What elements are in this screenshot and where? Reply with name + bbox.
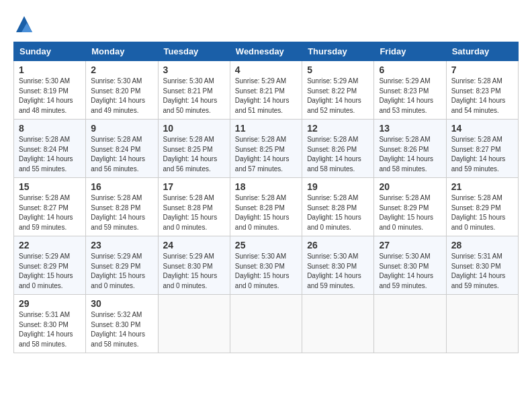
weekday-header-tuesday: Tuesday	[158, 42, 230, 61]
day-cell: 29 Sunrise: 5:31 AMSunset: 8:30 PMDaylig…	[14, 295, 86, 353]
day-info: Sunrise: 5:30 AMSunset: 8:20 PMDaylight:…	[91, 77, 152, 116]
day-info: Sunrise: 5:29 AMSunset: 8:30 PMDaylight:…	[163, 252, 225, 291]
day-cell: 18 Sunrise: 5:28 AMSunset: 8:28 PMDaylig…	[230, 178, 302, 236]
day-number: 24	[163, 240, 225, 250]
day-number: 21	[451, 181, 513, 192]
weekday-header-row: SundayMondayTuesdayWednesdayThursdayFrid…	[14, 42, 519, 61]
day-number: 6	[379, 64, 441, 75]
day-cell	[446, 295, 518, 353]
day-cell: 22 Sunrise: 5:29 AMSunset: 8:29 PMDaylig…	[14, 236, 86, 295]
day-number: 22	[19, 240, 81, 250]
day-number: 14	[451, 123, 513, 134]
day-number: 4	[235, 64, 297, 75]
day-cell: 12 Sunrise: 5:28 AMSunset: 8:26 PMDaylig…	[302, 120, 374, 178]
day-number: 19	[307, 181, 369, 192]
day-number: 13	[379, 123, 441, 134]
day-info: Sunrise: 5:30 AMSunset: 8:30 PMDaylight:…	[307, 252, 369, 291]
day-cell: 20 Sunrise: 5:28 AMSunset: 8:29 PMDaylig…	[374, 178, 446, 236]
day-number: 27	[379, 240, 441, 250]
day-number: 8	[19, 123, 81, 134]
day-info: Sunrise: 5:28 AMSunset: 8:26 PMDaylight:…	[379, 135, 441, 174]
day-info: Sunrise: 5:28 AMSunset: 8:26 PMDaylight:…	[307, 135, 369, 174]
day-cell: 8 Sunrise: 5:28 AMSunset: 8:24 PMDayligh…	[14, 120, 86, 178]
day-number: 2	[91, 64, 152, 75]
day-info: Sunrise: 5:31 AMSunset: 8:30 PMDaylight:…	[19, 310, 81, 349]
day-info: Sunrise: 5:30 AMSunset: 8:30 PMDaylight:…	[379, 252, 441, 291]
day-number: 20	[379, 181, 441, 192]
day-info: Sunrise: 5:28 AMSunset: 8:24 PMDaylight:…	[19, 135, 81, 174]
day-info: Sunrise: 5:29 AMSunset: 8:21 PMDaylight:…	[235, 77, 297, 116]
day-info: Sunrise: 5:28 AMSunset: 8:29 PMDaylight:…	[451, 193, 513, 232]
day-number: 7	[451, 64, 513, 75]
day-info: Sunrise: 5:30 AMSunset: 8:21 PMDaylight:…	[163, 77, 225, 116]
day-number: 15	[19, 181, 81, 192]
day-cell: 14 Sunrise: 5:28 AMSunset: 8:27 PMDaylig…	[446, 120, 518, 178]
day-info: Sunrise: 5:31 AMSunset: 8:30 PMDaylight:…	[451, 252, 513, 291]
day-cell: 6 Sunrise: 5:29 AMSunset: 8:23 PMDayligh…	[374, 61, 446, 120]
day-info: Sunrise: 5:28 AMSunset: 8:28 PMDaylight:…	[91, 193, 152, 232]
day-number: 28	[451, 240, 513, 250]
day-info: Sunrise: 5:29 AMSunset: 8:29 PMDaylight:…	[91, 252, 152, 291]
day-info: Sunrise: 5:28 AMSunset: 8:29 PMDaylight:…	[379, 193, 441, 232]
day-cell: 1 Sunrise: 5:30 AMSunset: 8:19 PMDayligh…	[14, 61, 86, 120]
day-cell: 25 Sunrise: 5:30 AMSunset: 8:30 PMDaylig…	[230, 236, 302, 295]
day-number: 23	[91, 240, 152, 250]
day-info: Sunrise: 5:30 AMSunset: 8:30 PMDaylight:…	[235, 252, 297, 291]
day-cell: 19 Sunrise: 5:28 AMSunset: 8:28 PMDaylig…	[302, 178, 374, 236]
week-row-1: 1 Sunrise: 5:30 AMSunset: 8:19 PMDayligh…	[14, 61, 519, 120]
day-cell: 17 Sunrise: 5:28 AMSunset: 8:28 PMDaylig…	[158, 178, 230, 236]
day-cell: 7 Sunrise: 5:28 AMSunset: 8:23 PMDayligh…	[446, 61, 518, 120]
day-number: 10	[163, 123, 225, 134]
day-cell: 30 Sunrise: 5:32 AMSunset: 8:30 PMDaylig…	[86, 295, 158, 353]
week-row-4: 22 Sunrise: 5:29 AMSunset: 8:29 PMDaylig…	[14, 236, 519, 295]
day-cell: 27 Sunrise: 5:30 AMSunset: 8:30 PMDaylig…	[374, 236, 446, 295]
day-cell: 26 Sunrise: 5:30 AMSunset: 8:30 PMDaylig…	[302, 236, 374, 295]
day-cell	[230, 295, 302, 353]
day-info: Sunrise: 5:28 AMSunset: 8:24 PMDaylight:…	[91, 135, 152, 174]
week-row-2: 8 Sunrise: 5:28 AMSunset: 8:24 PMDayligh…	[14, 120, 519, 178]
day-number: 29	[19, 298, 81, 309]
day-number: 18	[235, 181, 297, 192]
weekday-header-saturday: Saturday	[446, 42, 518, 61]
day-info: Sunrise: 5:28 AMSunset: 8:28 PMDaylight:…	[163, 193, 225, 232]
day-cell: 23 Sunrise: 5:29 AMSunset: 8:29 PMDaylig…	[86, 236, 158, 295]
day-cell: 11 Sunrise: 5:28 AMSunset: 8:25 PMDaylig…	[230, 120, 302, 178]
day-info: Sunrise: 5:29 AMSunset: 8:29 PMDaylight:…	[19, 252, 81, 291]
weekday-header-thursday: Thursday	[302, 42, 374, 61]
day-info: Sunrise: 5:28 AMSunset: 8:25 PMDaylight:…	[163, 135, 225, 174]
day-info: Sunrise: 5:28 AMSunset: 8:27 PMDaylight:…	[451, 135, 513, 174]
week-row-5: 29 Sunrise: 5:31 AMSunset: 8:30 PMDaylig…	[14, 295, 519, 353]
day-number: 25	[235, 240, 297, 250]
day-cell: 15 Sunrise: 5:28 AMSunset: 8:27 PMDaylig…	[14, 178, 86, 236]
day-cell: 28 Sunrise: 5:31 AMSunset: 8:30 PMDaylig…	[446, 236, 518, 295]
day-cell	[302, 295, 374, 353]
day-info: Sunrise: 5:28 AMSunset: 8:28 PMDaylight:…	[307, 193, 369, 232]
day-info: Sunrise: 5:28 AMSunset: 8:28 PMDaylight:…	[235, 193, 297, 232]
logo-icon	[13, 13, 35, 35]
day-cell: 10 Sunrise: 5:28 AMSunset: 8:25 PMDaylig…	[158, 120, 230, 178]
day-cell: 21 Sunrise: 5:28 AMSunset: 8:29 PMDaylig…	[446, 178, 518, 236]
day-number: 26	[307, 240, 369, 250]
day-cell: 3 Sunrise: 5:30 AMSunset: 8:21 PMDayligh…	[158, 61, 230, 120]
day-info: Sunrise: 5:29 AMSunset: 8:23 PMDaylight:…	[379, 77, 441, 116]
day-info: Sunrise: 5:28 AMSunset: 8:25 PMDaylight:…	[235, 135, 297, 174]
day-info: Sunrise: 5:29 AMSunset: 8:22 PMDaylight:…	[307, 77, 369, 116]
day-info: Sunrise: 5:28 AMSunset: 8:23 PMDaylight:…	[451, 77, 513, 116]
day-cell: 9 Sunrise: 5:28 AMSunset: 8:24 PMDayligh…	[86, 120, 158, 178]
day-number: 30	[91, 298, 152, 309]
day-number: 5	[307, 64, 369, 75]
day-number: 11	[235, 123, 297, 134]
weekday-header-monday: Monday	[86, 42, 158, 61]
day-number: 3	[163, 64, 225, 75]
week-row-3: 15 Sunrise: 5:28 AMSunset: 8:27 PMDaylig…	[14, 178, 519, 236]
day-cell: 4 Sunrise: 5:29 AMSunset: 8:21 PMDayligh…	[230, 61, 302, 120]
weekday-header-sunday: Sunday	[14, 42, 86, 61]
day-cell: 24 Sunrise: 5:29 AMSunset: 8:30 PMDaylig…	[158, 236, 230, 295]
calendar: SundayMondayTuesdayWednesdayThursdayFrid…	[13, 42, 519, 353]
day-cell: 16 Sunrise: 5:28 AMSunset: 8:28 PMDaylig…	[86, 178, 158, 236]
day-number: 1	[19, 64, 81, 75]
day-number: 16	[91, 181, 152, 192]
day-info: Sunrise: 5:28 AMSunset: 8:27 PMDaylight:…	[19, 193, 81, 232]
day-number: 17	[163, 181, 225, 192]
day-cell	[374, 295, 446, 353]
